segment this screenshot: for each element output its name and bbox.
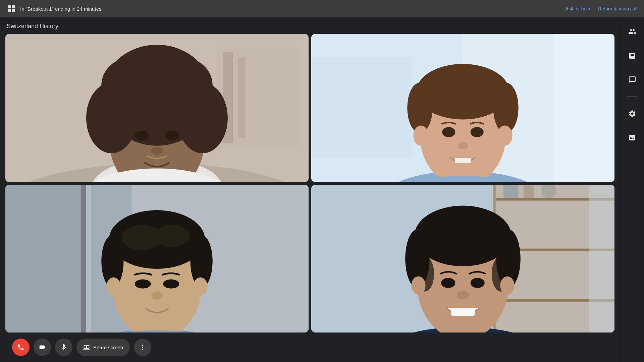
svg-rect-25 [554, 34, 614, 182]
svg-point-86 [441, 278, 455, 288]
video-tile-3 [5, 185, 309, 333]
breakout-rooms-icon [7, 4, 16, 13]
banner-right: Ask for help Return to main call [565, 6, 637, 11]
end-call-button[interactable] [12, 339, 30, 356]
video-tile-2 [311, 34, 614, 182]
svg-point-55 [135, 279, 151, 288]
svg-rect-3 [12, 9, 15, 12]
banner-left: In "Breakout 1" ending in 24 minutes [7, 4, 101, 13]
svg-point-85 [500, 276, 514, 294]
svg-point-34 [497, 125, 512, 145]
share-screen-button[interactable]: Share screen [76, 339, 130, 356]
svg-rect-38 [455, 158, 471, 163]
svg-rect-1 [12, 5, 15, 8]
svg-rect-68 [589, 185, 614, 333]
video-grid [5, 34, 614, 333]
svg-point-36 [471, 127, 484, 137]
svg-point-33 [413, 125, 428, 145]
svg-rect-26 [311, 57, 412, 158]
share-screen-label: Share screen [93, 345, 123, 350]
svg-rect-66 [524, 185, 534, 198]
svg-point-87 [471, 278, 485, 288]
svg-point-32 [493, 82, 518, 133]
microphone-button[interactable] [55, 339, 72, 356]
svg-rect-0 [8, 5, 11, 8]
svg-point-21 [151, 147, 163, 155]
return-to-main-call-link[interactable]: Return to main call [598, 6, 637, 11]
svg-rect-41 [5, 185, 81, 333]
svg-point-88 [457, 291, 469, 299]
participant-video-4 [311, 185, 614, 333]
svg-point-84 [411, 276, 425, 294]
svg-point-20 [165, 131, 179, 141]
svg-point-19 [135, 131, 149, 141]
settings-button[interactable] [625, 106, 640, 121]
svg-rect-2 [8, 9, 11, 12]
camera-button[interactable] [34, 339, 51, 356]
ask-for-help-link[interactable]: Ask for help [565, 6, 590, 11]
participant-video-1 [5, 34, 309, 182]
svg-point-37 [458, 142, 468, 149]
svg-point-18 [122, 55, 193, 106]
svg-point-91 [142, 347, 143, 348]
activities-button[interactable] [625, 48, 640, 63]
svg-rect-42 [81, 185, 86, 333]
right-sidebar [620, 17, 644, 362]
video-tile-4 [311, 185, 614, 333]
svg-point-52 [154, 225, 190, 247]
svg-point-56 [163, 279, 179, 288]
svg-point-53 [106, 277, 120, 295]
top-banner: In "Breakout 1" ending in 24 minutes Ask… [0, 0, 644, 17]
svg-point-31 [407, 82, 432, 133]
share-screen-icon [83, 344, 90, 351]
sidebar-divider [627, 97, 638, 97]
svg-point-54 [193, 277, 207, 295]
svg-point-81 [438, 216, 488, 246]
svg-rect-89 [451, 308, 475, 315]
svg-point-57 [151, 291, 162, 299]
room-title: Switzerland History [5, 23, 614, 30]
svg-point-35 [442, 127, 455, 137]
svg-point-92 [142, 349, 143, 350]
svg-point-90 [142, 345, 143, 346]
svg-rect-8 [238, 57, 246, 138]
svg-rect-65 [503, 185, 519, 198]
participant-video-3 [5, 185, 309, 333]
people-button[interactable] [625, 24, 640, 39]
video-tile-1 [5, 34, 309, 182]
content-area: Switzerland History [0, 17, 620, 362]
main-area: Switzerland History [0, 17, 644, 362]
participant-video-2 [311, 34, 614, 182]
banner-text: In "Breakout 1" ending in 24 minutes [20, 6, 101, 12]
more-options-button[interactable] [134, 339, 151, 356]
chat-button[interactable] [625, 72, 640, 87]
captions-button[interactable] [625, 130, 640, 145]
bottom-toolbar: Share screen [5, 333, 614, 362]
